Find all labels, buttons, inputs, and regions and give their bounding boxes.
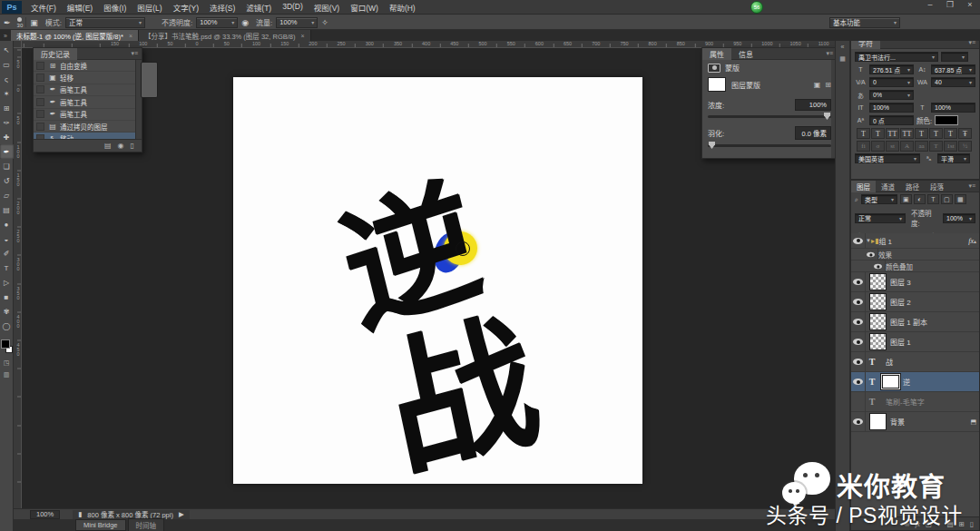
tab-info[interactable]: 信息 [731,48,760,60]
quick-mask-button[interactable]: ◳ [0,357,14,369]
kerning-field[interactable]: 0▾ [869,77,914,87]
visibility-eye-icon-off[interactable] [851,392,866,411]
opentype-button-0[interactable]: fi [857,141,870,152]
workspace-switcher[interactable]: 基本功能▾ [829,17,900,28]
zoom-level-field[interactable]: 100% [30,510,60,519]
layer-row[interactable]: 图层 2 [851,292,979,312]
layer-row-color-overlay[interactable]: 颜色叠加 [851,261,979,272]
eyedropper-tool-button[interactable]: ✑ [0,115,14,130]
vertical-scale-field[interactable]: 100% [869,103,914,113]
font-style-select[interactable]: ▾ [941,52,968,62]
tab-channels[interactable]: 通道 [876,181,900,192]
layer-mask-thumbnail[interactable] [882,375,899,388]
filter-pixel-icon[interactable]: ▣ [900,194,912,204]
opacity-select[interactable]: 100%▾ [196,17,238,28]
zoom-tool-button[interactable]: ◯ [0,319,14,333]
blend-mode-select[interactable]: 正常▾ [65,17,145,28]
menu-item-0[interactable]: 文件(F) [25,0,62,15]
add-vector-mask-icon[interactable]: ⊞ [825,81,831,89]
tab-properties[interactable]: 属性 [702,48,731,60]
flow-select[interactable]: 100%▾ [276,17,318,28]
type-tool-button[interactable]: T [0,261,14,275]
visibility-eye-icon[interactable] [851,332,866,351]
healing-brush-tool-button[interactable]: ✚ [0,130,14,144]
language-select[interactable]: 美国英语▾ [855,153,920,163]
layer-row[interactable]: 图层 3 [851,272,979,292]
layer-row-group[interactable]: ▼ ▸▮ 组 1 fx ▴ [851,233,979,249]
history-source-checkbox[interactable] [36,62,44,70]
filter-adjustment-icon[interactable]: ◐ [914,194,926,204]
layer-opacity-select[interactable]: 100%▾ [943,213,975,223]
visibility-eye-icon[interactable] [851,312,866,331]
opentype-button-7[interactable]: ½ [958,141,972,152]
menu-item-8[interactable]: 视图(V) [309,0,345,15]
blur-tool-button[interactable]: ● [0,217,14,231]
visibility-eye-icon[interactable] [851,292,866,311]
visibility-eye-icon[interactable] [864,249,878,260]
menu-item-9[interactable]: 窗口(W) [345,0,384,15]
color-swatches[interactable] [0,339,14,357]
expand-panels-icon[interactable]: « [841,44,845,50]
pen-tool-button[interactable]: ✐ [0,246,14,261]
history-source-checkbox[interactable] [36,74,44,82]
text-style-button-2[interactable]: TT [886,128,899,139]
eraser-tool-button[interactable]: ▱ [0,188,14,202]
airbrush-icon[interactable]: ✧ [318,18,332,27]
clone-stamp-tool-button[interactable]: ❏ [0,159,14,173]
menu-item-3[interactable]: 图层(L) [132,0,167,15]
history-source-checkbox[interactable] [36,85,44,93]
restore-button[interactable]: ❐ [944,0,956,9]
document-tab-active[interactable]: 未标题-1 @ 100% (逆, 图层蒙版/8)* × [11,30,139,41]
screen-mode-button[interactable]: ▥ [0,369,14,380]
density-slider-knob[interactable] [824,113,830,120]
pressure-opacity-icon[interactable]: ◉ [238,18,252,27]
filter-smart-object-icon[interactable]: ▦ [955,194,966,204]
density-value[interactable]: 100% [795,99,831,111]
history-source-checkbox[interactable] [36,98,44,106]
history-item[interactable]: ⊞自由变换 [34,60,135,72]
history-item[interactable]: ▤通过拷贝的图层 [34,121,135,133]
brush-tool-button[interactable]: ✒ [0,144,14,159]
text-style-button-5[interactable]: T [929,128,943,139]
layer-thumbnail[interactable] [869,293,887,310]
layer-mask-thumbnail[interactable] [708,77,726,92]
foreground-color-swatch[interactable] [1,339,10,349]
layer-filter-select[interactable]: 类型▾ [861,194,897,204]
path-select-tool-button[interactable]: ▷ [0,275,14,290]
layer-row-selected[interactable]: T 逆 [851,372,979,392]
feather-value[interactable]: 0.0 像素 [795,126,831,140]
tab-paragraph[interactable]: 段落 [925,181,949,192]
panel-menu-icon[interactable]: ▾≡ [968,182,979,190]
opentype-button-1[interactable]: σ [871,141,885,152]
tab-paths[interactable]: 路径 [900,181,925,192]
layer-thumbnail[interactable] [869,273,887,290]
magic-wand-tool-button[interactable]: ✶ [0,86,14,101]
leading-field[interactable]: 637.85 点▾ [931,64,975,74]
menu-item-7[interactable]: 3D(D) [277,0,309,15]
opentype-button-5[interactable]: T [929,141,943,152]
menu-item-6[interactable]: 滤镜(T) [240,0,277,15]
filter-shape-icon[interactable]: ▢ [941,194,953,204]
lasso-tool-button[interactable]: ς [0,72,14,86]
text-style-button-7[interactable]: Ŧ [958,128,972,139]
document-tab-inactive[interactable]: 【分享】书法笔触.psd @ 33.3% (图层 32, RGB/8) × [139,30,311,41]
filter-type-icon[interactable]: T [927,194,939,204]
mini-bridge-button[interactable]: Mini Bridge [75,519,126,531]
history-item[interactable]: ✒画笔工具 [34,84,135,96]
close-tab-icon[interactable]: × [300,33,304,39]
baseline-shift-field[interactable]: 0 点 [869,115,914,125]
tab-history[interactable]: 历史记录 [34,48,77,60]
ruler-origin-corner[interactable] [14,41,22,48]
feather-slider[interactable] [708,144,831,147]
move-tool-button[interactable]: ↖ [0,43,14,57]
minimize-button[interactable]: – [924,0,936,9]
text-color-swatch[interactable] [935,115,958,125]
new-snapshot-icon[interactable]: ◉ [118,142,124,150]
layer-blend-mode-select[interactable]: 正常▾ [855,213,906,223]
gradient-tool-button[interactable]: ▤ [0,202,14,217]
text-style-button-3[interactable]: TT [900,128,914,139]
layer-thumbnail[interactable] [869,333,887,350]
horizontal-scale-field[interactable]: 100% [931,103,975,113]
history-item[interactable]: ✒画笔工具 [34,96,135,108]
visibility-eye-icon[interactable] [851,412,866,431]
